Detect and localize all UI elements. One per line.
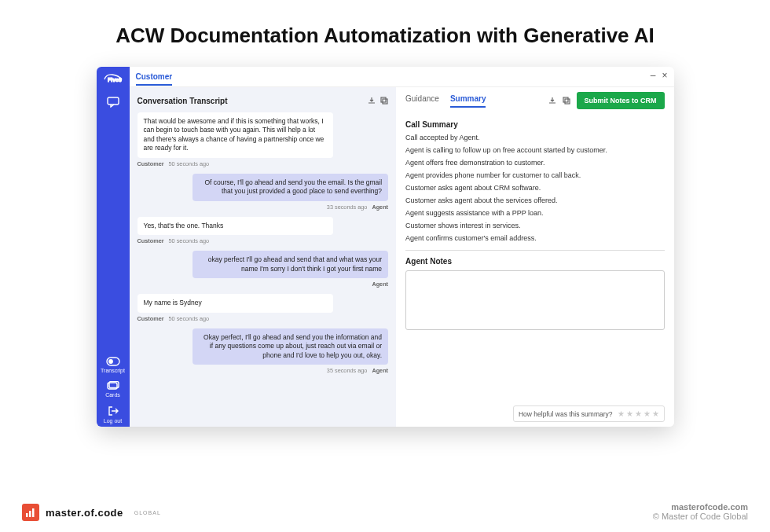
- summary-line: Agent provides phone number for customer…: [405, 171, 664, 179]
- page-footer: master.of.code GLOBAL masterofcode.com ©…: [22, 502, 748, 521]
- sidebar-item-cards[interactable]: Cards: [97, 376, 130, 401]
- summary-line: Agent is calling to follow up on free ac…: [405, 146, 664, 154]
- sidebar-label-cards: Cards: [105, 392, 120, 398]
- message-block: My name is SydneyCustomer50 seconds ago: [138, 294, 389, 321]
- footer-copyright: © Master of Code Global: [653, 512, 748, 521]
- minimize-button[interactable]: –: [651, 70, 656, 81]
- summary-line: Agent suggests assistance with a PPP loa…: [405, 209, 664, 217]
- tab-guidance[interactable]: Guidance: [405, 94, 439, 108]
- message-meta: Agent: [138, 281, 389, 288]
- divider: [405, 250, 664, 251]
- message-block: That would be awesome and if this is som…: [138, 112, 389, 167]
- message-block: Yes, that's the one. ThanksCustomer50 se…: [138, 217, 389, 244]
- summary-line: Agent offers free demonstration to custo…: [405, 159, 664, 167]
- sidebar: Five9 Transcript Cards Log out: [97, 67, 130, 427]
- download-icon[interactable]: [368, 94, 376, 108]
- close-button[interactable]: ×: [662, 70, 667, 81]
- message-block: okay perfect I'll go ahead and send that…: [138, 251, 389, 288]
- five9-logo: Five9: [102, 70, 124, 86]
- svg-rect-10: [26, 513, 28, 517]
- feedback-box: How helpful was this summary? ★ ★ ★ ★ ★: [513, 405, 665, 422]
- copy-icon[interactable]: [380, 94, 388, 108]
- star-icon[interactable]: ★: [644, 409, 651, 418]
- svg-rect-6: [381, 97, 386, 102]
- download-icon[interactable]: [548, 94, 556, 108]
- customer-message: Yes, that's the one. Thanks: [138, 217, 333, 235]
- svg-text:Five9: Five9: [108, 77, 122, 83]
- star-icon[interactable]: ★: [618, 409, 625, 418]
- star-icon[interactable]: ★: [635, 409, 642, 418]
- rating-stars[interactable]: ★ ★ ★ ★ ★: [618, 409, 659, 418]
- svg-point-3: [108, 360, 112, 363]
- summary-line: Customer asks agent about CRM software.: [405, 184, 664, 192]
- app-window: Five9 Transcript Cards Log out Customer …: [97, 67, 674, 427]
- customer-message: My name is Sydney: [138, 294, 333, 312]
- sidebar-label-transcript: Transcript: [101, 368, 125, 373]
- svg-rect-7: [383, 99, 387, 104]
- agent-notes-heading: Agent Notes: [405, 257, 664, 266]
- transcript-panel: Conversation Transcript That would be aw…: [130, 87, 397, 427]
- agent-message: okay perfect I'll go ahead and send that…: [192, 251, 388, 278]
- top-bar: Customer – ×: [130, 67, 674, 87]
- agent-notes-textarea[interactable]: [405, 270, 664, 330]
- svg-rect-12: [32, 508, 35, 517]
- call-summary-heading: Call Summary: [405, 120, 664, 129]
- agent-message: Okay perfect, I'll go ahead and send you…: [192, 328, 388, 365]
- submit-notes-button[interactable]: Submit Notes to CRM: [577, 92, 665, 109]
- brand-sub: GLOBAL: [134, 510, 161, 515]
- agent-message: Of course, I'll go ahead and send you th…: [192, 174, 388, 201]
- main-area: Customer – × Conversation Transcript Tha…: [130, 67, 674, 427]
- summary-panel: Guidance Summary Submit Notes to CRM Cal…: [396, 87, 673, 427]
- copy-icon[interactable]: [563, 94, 570, 108]
- tab-summary[interactable]: Summary: [450, 94, 486, 108]
- message-meta: Customer50 seconds ago: [138, 237, 389, 244]
- svg-rect-1: [108, 97, 119, 105]
- brand-name: master.of.code: [46, 507, 123, 519]
- message-block: Okay perfect, I'll go ahead and send you…: [138, 328, 389, 374]
- tab-customer[interactable]: Customer: [136, 72, 173, 86]
- svg-rect-11: [29, 511, 31, 517]
- message-meta: Customer50 seconds ago: [138, 315, 389, 322]
- message-block: Of course, I'll go ahead and send you th…: [138, 174, 389, 211]
- footer-url: masterofcode.com: [653, 502, 748, 512]
- star-icon[interactable]: ★: [626, 409, 633, 418]
- sidebar-item-logout[interactable]: Log out: [97, 401, 130, 427]
- feedback-prompt: How helpful was this summary?: [519, 410, 613, 418]
- sidebar-item-transcript[interactable]: Transcript: [97, 352, 130, 376]
- summary-line: Call accepted by Agent.: [405, 134, 664, 141]
- brand-logo: [22, 504, 39, 521]
- svg-rect-9: [565, 99, 570, 104]
- sidebar-label-logout: Log out: [104, 418, 122, 424]
- page-title: ACW Documentation Automatization with Ge…: [0, 24, 770, 48]
- message-meta: Customer50 seconds ago: [138, 160, 389, 167]
- star-icon[interactable]: ★: [652, 409, 659, 418]
- message-meta: 35 seconds agoAgent: [138, 367, 389, 374]
- customer-message: That would be awesome and if this is som…: [138, 112, 333, 158]
- summary-line: Agent confirms customer's email address.: [405, 234, 664, 242]
- svg-rect-8: [563, 97, 568, 102]
- transcript-title: Conversation Transcript: [138, 97, 228, 105]
- message-meta: 33 seconds agoAgent: [138, 204, 389, 211]
- summary-line: Customer shows interest in services.: [405, 222, 664, 229]
- summary-line: Customer asks agent about the services o…: [405, 196, 664, 204]
- chat-icon[interactable]: [97, 92, 130, 112]
